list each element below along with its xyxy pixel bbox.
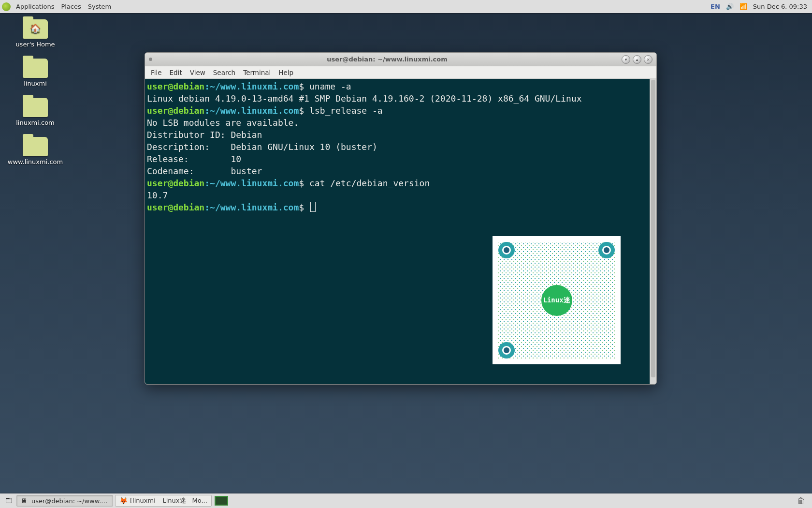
desktop-icon[interactable]: linuxmi (4, 59, 67, 87)
maximize-button[interactable]: ▴ (633, 55, 641, 64)
desktop-icons: user's Homelinuxmilinuxmi.comwww.linuxmi… (4, 19, 67, 176)
desktop-icon[interactable]: user's Home (4, 19, 67, 48)
task-icon: 🖥 (21, 497, 29, 505)
distro-logo-icon[interactable] (2, 2, 11, 11)
desktop-icon-label: linuxmi (4, 80, 67, 87)
terminal-window: user@debian: ~/www.linuxmi.com ▾ ▴ × Fil… (145, 52, 657, 385)
desktop-icon[interactable]: linuxmi.com (4, 98, 67, 126)
folder-icon (23, 98, 48, 117)
top-menu-places[interactable]: Places (58, 0, 84, 13)
window-menu-icon[interactable] (149, 58, 152, 61)
bottom-panel: 🗔 🖥user@debian: ~/www.l...🦊[linuxmi – Li… (0, 493, 812, 508)
folder-icon (23, 59, 48, 78)
task-icon: 🦊 (119, 497, 127, 505)
desktop-icon-label: www.linuxmi.com (4, 158, 67, 165)
folder-icon (23, 19, 48, 39)
keyboard-layout-indicator[interactable]: EN (708, 0, 723, 13)
terminal-menubar: FileEditViewSearchTerminalHelp (145, 66, 656, 79)
qr-center-label: Linux迷 (541, 285, 572, 316)
task-label: [linuxmi – Linux迷 - Mo... (130, 496, 207, 505)
taskbar-item[interactable]: 🦊[linuxmi – Linux迷 - Mo... (115, 495, 212, 507)
show-desktop-button[interactable]: 🗔 (3, 495, 14, 506)
desktop-icon-label: user's Home (4, 41, 67, 48)
titlebar[interactable]: user@debian: ~/www.linuxmi.com ▾ ▴ × (145, 53, 656, 66)
clock[interactable]: Sun Dec 6, 09:33 (750, 3, 810, 10)
menu-edit[interactable]: Edit (166, 66, 186, 79)
terminal-cursor (310, 202, 316, 212)
minimize-button[interactable]: ▾ (622, 55, 630, 64)
menu-help[interactable]: Help (275, 66, 297, 79)
task-label: user@debian: ~/www.l... (31, 497, 109, 505)
desktop-icon[interactable]: www.linuxmi.com (4, 137, 67, 165)
network-icon[interactable] (737, 0, 750, 13)
workspace-switcher[interactable] (215, 496, 228, 506)
volume-icon[interactable] (723, 0, 737, 13)
menu-file[interactable]: File (147, 66, 166, 79)
qr-code-overlay: Linux迷 (493, 236, 621, 364)
menu-view[interactable]: View (186, 66, 209, 79)
trash-icon[interactable]: 🗑 (792, 496, 810, 506)
close-button[interactable]: × (644, 55, 652, 64)
top-menu-system[interactable]: System (85, 0, 115, 13)
menu-search[interactable]: Search (209, 66, 239, 79)
terminal-viewport[interactable]: user@debian:~/www.linuxmi.com$ uname -a … (145, 79, 650, 384)
terminal-scrollbar[interactable] (650, 79, 656, 384)
top-menu-applications[interactable]: Applications (13, 0, 58, 13)
top-panel: ApplicationsPlacesSystem EN Sun Dec 6, 0… (0, 0, 812, 13)
folder-icon (23, 137, 48, 156)
taskbar-item[interactable]: 🖥user@debian: ~/www.l... (16, 495, 113, 507)
window-title: user@debian: ~/www.linuxmi.com (155, 56, 619, 63)
desktop-icon-label: linuxmi.com (4, 119, 67, 126)
menu-terminal[interactable]: Terminal (239, 66, 275, 79)
